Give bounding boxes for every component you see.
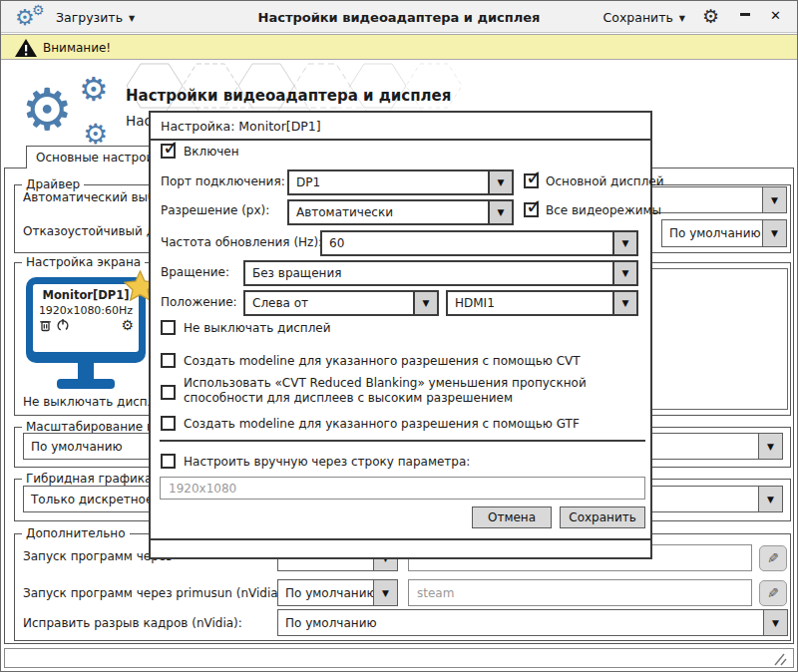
enabled-label: Включен: [184, 145, 239, 159]
all-modes-label: Все видеорежимы: [546, 203, 661, 217]
failsafe-driver-dropdown[interactable]: По умолчанию: [661, 219, 787, 247]
page-title: Настройки видеоадаптера и дисплея: [126, 87, 451, 105]
chevron-down-icon: [612, 262, 636, 284]
app-window: Загрузить Настройки видеоадаптера и дисп…: [0, 0, 798, 672]
resize-grip[interactable]: [772, 653, 787, 666]
run2-command-input[interactable]: [408, 579, 752, 606]
group-driver-legend: Драйвер: [22, 177, 84, 191]
save-menu-label: Сохранить: [603, 10, 673, 25]
monitor-settings-gear-icon[interactable]: [121, 318, 134, 332]
resolution-label: Разрешение (px):: [161, 203, 269, 217]
manual-param-input[interactable]: [160, 477, 645, 500]
rotation-dropdown[interactable]: Без вращения: [243, 260, 638, 286]
all-modes-checkbox[interactable]: [524, 202, 539, 217]
dialog-divider: [160, 440, 645, 442]
resolution-value: Автоматически: [289, 201, 488, 223]
power-icon[interactable]: [56, 318, 70, 332]
cvt-rb-label: Использовать «CVT Reduced Blanking» умен…: [184, 376, 644, 406]
position-target-dropdown[interactable]: HDMI1: [446, 290, 638, 316]
chevron-down-icon: [612, 232, 636, 254]
tearfix-dropdown[interactable]: По умолчанию: [277, 609, 788, 636]
group-extra-legend: Дополнительно: [22, 526, 130, 540]
primary-display-checkbox[interactable]: [524, 173, 539, 188]
port-dropdown[interactable]: DP1: [287, 169, 514, 195]
dont-poweroff-checkbox[interactable]: [161, 320, 176, 335]
close-icon[interactable]: [770, 8, 781, 23]
status-bar: [4, 648, 794, 668]
cvt-rb-checkbox[interactable]: [161, 385, 176, 400]
group-screen-legend: Настройка экрана: [22, 255, 145, 269]
refresh-label: Частота обновления (Hz):: [161, 235, 322, 249]
chevron-down-icon: [763, 610, 787, 635]
settings-gear-icon[interactable]: [702, 7, 719, 26]
minimize-icon[interactable]: [740, 13, 750, 16]
chevron-down-icon: [373, 580, 397, 605]
run2-value: По умолчанию: [278, 580, 373, 605]
chevron-down-icon: [762, 187, 786, 212]
manual-checkbox[interactable]: [161, 454, 176, 469]
chevron-down-icon: [758, 434, 782, 459]
chevron-down-icon: [612, 292, 636, 314]
dialog-header-divider: [151, 139, 650, 141]
monitor-stand-base: [57, 379, 115, 389]
rotation-label: Вращение:: [161, 265, 229, 279]
enabled-checkbox[interactable]: [161, 144, 176, 159]
run2-dropdown[interactable]: По умолчанию: [277, 579, 398, 606]
gtf-label: Создать modeline для указанного разрешен…: [184, 417, 580, 431]
gtf-checkbox[interactable]: [161, 416, 176, 431]
monitor-settings-dialog: Настройка: Monitor[DP1] Включен Порт под…: [149, 111, 652, 559]
warning-triangle-icon: [14, 38, 38, 58]
primary-display-label: Основной дисплей: [546, 174, 664, 188]
rotation-value: Без вращения: [245, 262, 612, 284]
position-dropdown[interactable]: Слева от: [243, 290, 439, 316]
gear-icon: [83, 121, 108, 149]
refresh-value: 60: [322, 232, 612, 254]
chevron-down-icon: [488, 171, 512, 193]
port-label: Порт подключения:: [161, 174, 285, 188]
chevron-down-icon: [758, 487, 782, 511]
failsafe-driver-value: По умолчанию: [662, 220, 762, 246]
chevron-down-icon: [488, 201, 512, 223]
run1-edit-button[interactable]: [759, 545, 787, 571]
titlebar: Загрузить Настройки видеоадаптера и дисп…: [1, 1, 797, 33]
save-button[interactable]: Сохранить: [560, 506, 645, 528]
gear-icon: [79, 73, 109, 106]
group-hybrid-legend: Гибридная графика: [22, 472, 156, 486]
dialog-footer-divider: [151, 538, 650, 540]
position-label: Положение:: [161, 295, 237, 309]
chevron-down-icon: [762, 220, 786, 246]
run2-label: Запуск программ через primusun (nVidia):: [23, 586, 286, 600]
dont-poweroff-label: Не выключать дисплей: [184, 321, 331, 335]
save-menu-button[interactable]: Сохранить: [603, 10, 685, 25]
warning-text: Внимание!: [43, 41, 111, 55]
warning-banner: Внимание!: [1, 34, 797, 60]
cancel-button[interactable]: Отмена: [472, 506, 552, 528]
position-target-value: HDMI1: [448, 292, 612, 314]
monitor-mode: 1920x1080:60Hz: [33, 304, 139, 317]
position-value: Слева от: [245, 292, 413, 314]
gear-icon: [21, 81, 73, 139]
chevron-down-icon: [413, 292, 437, 314]
dialog-title: Настройка: Monitor[DP1]: [161, 119, 321, 134]
cvt-checkbox[interactable]: [161, 353, 176, 368]
manual-label: Настроить вручную через строку параметра…: [184, 455, 470, 469]
port-value: DP1: [289, 171, 488, 193]
resolution-dropdown[interactable]: Автоматически: [287, 199, 514, 225]
tearfix-value: По умолчанию: [278, 610, 763, 635]
trash-icon[interactable]: [39, 318, 52, 332]
run2-edit-button[interactable]: [759, 580, 787, 606]
cvt-label: Создать modeline для указанного разрешен…: [184, 354, 581, 368]
refresh-dropdown[interactable]: 60: [320, 230, 638, 256]
tearfix-label: Исправить разрыв кадров (nVidia):: [23, 616, 242, 630]
